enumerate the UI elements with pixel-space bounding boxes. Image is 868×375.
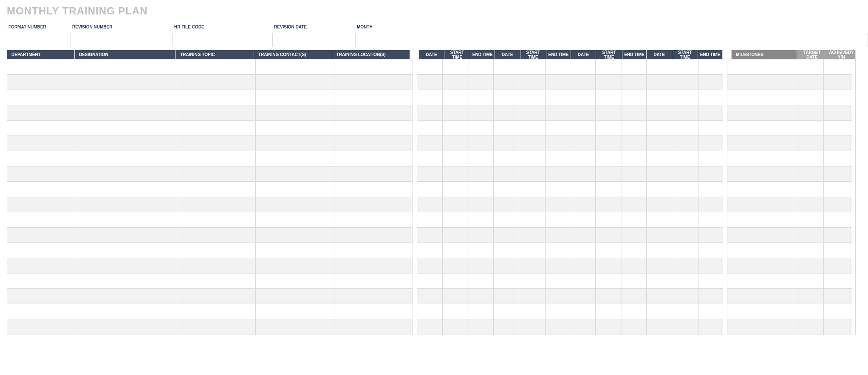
table-cell[interactable] <box>698 75 723 90</box>
table-cell[interactable] <box>494 182 519 197</box>
table-cell[interactable] <box>647 136 672 151</box>
table-cell[interactable] <box>177 289 256 304</box>
table-cell[interactable] <box>519 319 546 335</box>
table-cell[interactable] <box>647 90 672 105</box>
table-cell[interactable] <box>177 75 256 90</box>
table-cell[interactable] <box>469 304 494 319</box>
table-cell[interactable] <box>622 151 647 166</box>
table-cell[interactable] <box>824 243 852 258</box>
table-cell[interactable] <box>177 197 256 212</box>
table-cell[interactable] <box>824 197 852 212</box>
table-cell[interactable] <box>417 197 443 212</box>
table-cell[interactable] <box>793 136 824 151</box>
table-cell[interactable] <box>334 105 413 121</box>
table-cell[interactable] <box>334 151 413 166</box>
table-cell[interactable] <box>7 90 75 105</box>
table-cell[interactable] <box>443 182 469 197</box>
table-cell[interactable] <box>519 228 546 243</box>
table-cell[interactable] <box>727 289 793 304</box>
table-cell[interactable] <box>824 304 852 319</box>
table-cell[interactable] <box>177 304 256 319</box>
table-cell[interactable] <box>570 59 596 75</box>
table-cell[interactable] <box>7 243 75 258</box>
table-cell[interactable] <box>75 319 177 335</box>
table-cell[interactable] <box>647 289 672 304</box>
table-cell[interactable] <box>824 151 852 166</box>
table-cell[interactable] <box>7 182 75 197</box>
table-cell[interactable] <box>519 166 546 182</box>
table-cell[interactable] <box>75 289 177 304</box>
table-cell[interactable] <box>494 273 519 289</box>
table-cell[interactable] <box>727 151 793 166</box>
table-cell[interactable] <box>793 90 824 105</box>
table-cell[interactable] <box>824 289 852 304</box>
table-cell[interactable] <box>698 304 723 319</box>
table-cell[interactable] <box>698 182 723 197</box>
table-cell[interactable] <box>596 121 622 136</box>
table-cell[interactable] <box>546 197 570 212</box>
table-cell[interactable] <box>647 228 672 243</box>
table-cell[interactable] <box>793 166 824 182</box>
table-cell[interactable] <box>546 121 570 136</box>
table-cell[interactable] <box>494 75 519 90</box>
table-cell[interactable] <box>177 228 256 243</box>
input-format-number[interactable] <box>7 33 71 47</box>
table-cell[interactable] <box>469 258 494 273</box>
table-cell[interactable] <box>417 304 443 319</box>
table-cell[interactable] <box>622 228 647 243</box>
table-cell[interactable] <box>570 304 596 319</box>
table-cell[interactable] <box>519 273 546 289</box>
input-hr-file-code[interactable] <box>173 33 273 47</box>
table-cell[interactable] <box>417 151 443 166</box>
table-cell[interactable] <box>546 212 570 228</box>
table-cell[interactable] <box>443 228 469 243</box>
table-cell[interactable] <box>793 258 824 273</box>
table-cell[interactable] <box>727 304 793 319</box>
table-cell[interactable] <box>75 59 177 75</box>
table-cell[interactable] <box>698 59 723 75</box>
table-cell[interactable] <box>334 197 413 212</box>
table-cell[interactable] <box>519 105 546 121</box>
table-cell[interactable] <box>334 90 413 105</box>
table-cell[interactable] <box>469 182 494 197</box>
table-cell[interactable] <box>519 151 546 166</box>
table-cell[interactable] <box>727 59 793 75</box>
table-cell[interactable] <box>672 75 698 90</box>
table-cell[interactable] <box>647 243 672 258</box>
table-cell[interactable] <box>443 166 469 182</box>
table-cell[interactable] <box>698 197 723 212</box>
table-cell[interactable] <box>469 197 494 212</box>
table-cell[interactable] <box>622 243 647 258</box>
table-cell[interactable] <box>824 105 852 121</box>
table-cell[interactable] <box>727 121 793 136</box>
table-cell[interactable] <box>443 319 469 335</box>
table-cell[interactable] <box>519 90 546 105</box>
table-cell[interactable] <box>469 166 494 182</box>
table-cell[interactable] <box>417 212 443 228</box>
table-cell[interactable] <box>519 289 546 304</box>
table-cell[interactable] <box>443 304 469 319</box>
table-cell[interactable] <box>570 243 596 258</box>
table-cell[interactable] <box>334 319 413 335</box>
table-cell[interactable] <box>494 151 519 166</box>
table-cell[interactable] <box>469 243 494 258</box>
table-cell[interactable] <box>546 59 570 75</box>
table-cell[interactable] <box>824 273 852 289</box>
table-cell[interactable] <box>727 136 793 151</box>
table-cell[interactable] <box>7 304 75 319</box>
table-cell[interactable] <box>443 75 469 90</box>
table-cell[interactable] <box>469 151 494 166</box>
table-cell[interactable] <box>570 197 596 212</box>
table-cell[interactable] <box>519 136 546 151</box>
table-cell[interactable] <box>256 304 334 319</box>
table-cell[interactable] <box>494 105 519 121</box>
table-cell[interactable] <box>622 166 647 182</box>
table-cell[interactable] <box>672 319 698 335</box>
table-cell[interactable] <box>334 182 413 197</box>
table-cell[interactable] <box>647 319 672 335</box>
table-cell[interactable] <box>647 166 672 182</box>
table-cell[interactable] <box>596 105 622 121</box>
table-cell[interactable] <box>793 212 824 228</box>
table-cell[interactable] <box>546 228 570 243</box>
table-cell[interactable] <box>75 105 177 121</box>
